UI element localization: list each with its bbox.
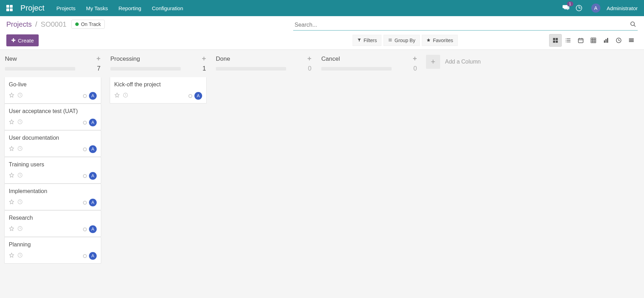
nav-right: 1 A Administrator — [562, 4, 638, 13]
column-add-icon[interactable]: + — [202, 55, 206, 63]
view-switcher — [549, 34, 638, 47]
task-card[interactable]: PlanningA — [4, 237, 101, 264]
assignee-avatar[interactable]: A — [194, 92, 202, 100]
priority-star-icon[interactable] — [9, 199, 14, 206]
project-status[interactable]: On Track — [71, 20, 105, 29]
kanban-state-icon[interactable] — [188, 94, 192, 98]
breadcrumb-current: SO0001 — [41, 20, 66, 28]
plus-icon: ✚ — [11, 37, 16, 44]
kanban-state-icon[interactable] — [83, 94, 87, 98]
priority-star-icon[interactable] — [9, 172, 14, 179]
create-button[interactable]: ✚ Create — [6, 34, 39, 46]
column-add-icon[interactable]: + — [413, 55, 417, 63]
breadcrumb-sep: / — [35, 20, 37, 28]
activity-clock-icon[interactable] — [576, 5, 582, 11]
add-column-label: Add a Column — [445, 59, 481, 65]
kanban-state-icon[interactable] — [83, 201, 87, 205]
kanban-column: New+7Go-liveAUser acceptance test (UAT)A… — [4, 55, 101, 264]
activity-clock-icon[interactable] — [17, 119, 23, 126]
nav-link-my-tasks[interactable]: My Tasks — [86, 5, 108, 11]
column-add-icon[interactable]: + — [307, 55, 311, 63]
priority-star-icon[interactable] — [9, 252, 14, 259]
view-map-icon[interactable] — [625, 34, 638, 47]
activity-clock-icon[interactable] — [17, 252, 23, 259]
assignee-avatar[interactable]: A — [89, 199, 97, 206]
priority-star-icon[interactable] — [9, 92, 14, 99]
user-name[interactable]: Administrator — [607, 5, 638, 11]
view-calendar-icon[interactable] — [574, 34, 587, 47]
task-title: Training users — [9, 161, 97, 168]
user-avatar[interactable]: A — [591, 4, 600, 13]
kanban-state-icon[interactable] — [83, 174, 87, 178]
view-kanban-icon[interactable] — [549, 34, 562, 47]
column-title[interactable]: Done — [216, 55, 230, 62]
activity-clock-icon[interactable] — [17, 226, 23, 233]
messages-badge: 1 — [567, 1, 573, 6]
kanban-state-icon[interactable] — [83, 121, 87, 125]
task-card[interactable]: ImplementationA — [4, 184, 101, 210]
kanban-column: Cancel+0 — [321, 55, 418, 77]
activity-clock-icon[interactable] — [17, 199, 23, 206]
kanban-board: New+7Go-liveAUser acceptance test (UAT)A… — [0, 50, 644, 269]
priority-star-icon[interactable] — [9, 119, 14, 126]
assignee-avatar[interactable]: A — [89, 252, 97, 260]
svg-rect-15 — [604, 40, 605, 43]
nav-link-configuration[interactable]: Configuration — [152, 5, 183, 11]
app-brand[interactable]: Project — [20, 4, 44, 13]
column-title[interactable]: New — [5, 55, 17, 62]
kanban-column: Processing+1Kick-off the projectA — [110, 55, 207, 104]
task-card[interactable]: Training usersA — [4, 157, 101, 184]
column-progress[interactable] — [110, 67, 181, 71]
column-title[interactable]: Processing — [110, 55, 140, 62]
column-progress[interactable] — [321, 67, 392, 71]
create-label: Create — [18, 38, 34, 44]
favorites-button[interactable]: Favorites — [422, 35, 458, 46]
favorites-label: Favorites — [433, 38, 453, 43]
assignee-avatar[interactable]: A — [89, 119, 97, 126]
top-navbar: Project Projects My Tasks Reporting Conf… — [0, 0, 644, 16]
assignee-avatar[interactable]: A — [89, 172, 97, 180]
view-graph-icon[interactable] — [600, 34, 612, 47]
svg-rect-10 — [591, 38, 596, 43]
activity-clock-icon[interactable] — [17, 146, 23, 153]
view-activity-icon[interactable] — [612, 34, 625, 47]
task-title: Implementation — [9, 188, 97, 194]
add-column[interactable]: +Add a Column — [426, 55, 481, 69]
column-progress[interactable] — [5, 67, 75, 71]
groupby-label: Group By — [394, 38, 415, 43]
column-title[interactable]: Cancel — [321, 55, 340, 62]
activity-clock-icon[interactable] — [123, 92, 128, 99]
control-panel: Projects / SO0001 On Track ✚ Create Filt… — [0, 16, 644, 50]
column-progress[interactable] — [216, 67, 286, 71]
priority-star-icon[interactable] — [114, 92, 120, 99]
messages-icon[interactable]: 1 — [562, 5, 569, 12]
search-input[interactable] — [293, 20, 638, 31]
task-card[interactable]: Kick-off the projectA — [110, 77, 207, 104]
priority-star-icon[interactable] — [9, 146, 14, 153]
add-column-plus-icon[interactable]: + — [426, 55, 440, 69]
task-card[interactable]: User documentationA — [4, 130, 101, 157]
star-icon — [426, 38, 431, 43]
assignee-avatar[interactable]: A — [89, 145, 97, 153]
kanban-state-icon[interactable] — [83, 147, 87, 151]
priority-star-icon[interactable] — [9, 226, 14, 233]
filters-button[interactable]: Filters — [353, 35, 381, 46]
column-add-icon[interactable]: + — [96, 55, 101, 63]
nav-link-projects[interactable]: Projects — [56, 5, 75, 11]
view-pivot-icon[interactable] — [587, 34, 600, 47]
task-card[interactable]: User acceptance test (UAT)A — [4, 104, 101, 130]
breadcrumb-parent[interactable]: Projects — [6, 20, 32, 28]
kanban-state-icon[interactable] — [83, 227, 87, 231]
activity-clock-icon[interactable] — [17, 172, 23, 179]
kanban-state-icon[interactable] — [83, 254, 87, 258]
view-list-icon[interactable] — [562, 34, 574, 47]
task-card[interactable]: ResearchA — [4, 210, 101, 237]
groupby-button[interactable]: Group By — [384, 35, 420, 46]
activity-clock-icon[interactable] — [17, 92, 23, 99]
assignee-avatar[interactable]: A — [89, 92, 97, 100]
assignee-avatar[interactable]: A — [89, 225, 97, 233]
task-card[interactable]: Go-liveA — [4, 77, 101, 104]
nav-link-reporting[interactable]: Reporting — [118, 5, 141, 11]
apps-icon[interactable] — [6, 5, 13, 11]
search-icon[interactable] — [630, 21, 636, 29]
